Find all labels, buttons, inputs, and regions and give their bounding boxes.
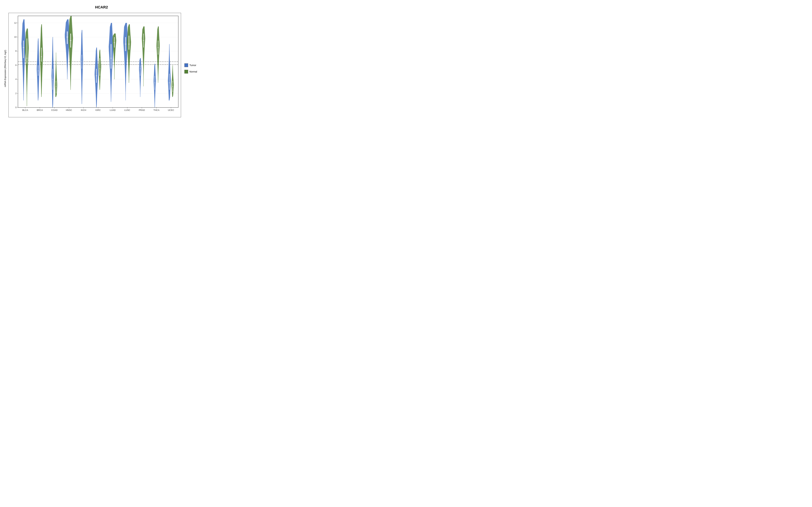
svg-text:COAD: COAD [51, 110, 58, 112]
legend-tumor-box [185, 64, 188, 67]
legend-tumor-label: Tumor [190, 64, 196, 67]
svg-text:THCA: THCA [153, 110, 159, 112]
svg-text:BRCA: BRCA [37, 110, 43, 112]
svg-text:BLCA: BLCA [22, 110, 28, 112]
svg-text:PRAD: PRAD [139, 110, 145, 112]
plot-and-legend: 024681012BLCABRCACOADHNSCKICHKIRCLUADLUS… [8, 11, 201, 126]
svg-text:4: 4 [15, 78, 16, 81]
svg-text:LUAD: LUAD [110, 110, 116, 112]
svg-rect-56 [67, 32, 68, 44]
svg-rect-26 [23, 41, 24, 58]
plot-wrapper: 024681012BLCABRCACOADHNSCKICHKIRCLUADLUS… [8, 13, 181, 118]
svg-rect-30 [27, 39, 27, 64]
svg-rect-82 [110, 44, 111, 69]
svg-text:12: 12 [14, 22, 16, 24]
svg-rect-50 [56, 81, 56, 94]
legend-normal-label: Normal [190, 71, 197, 73]
svg-text:8: 8 [15, 50, 16, 53]
svg-text:KIRC: KIRC [95, 110, 101, 112]
legend: Tumor Normal [181, 11, 201, 126]
svg-text:KICH: KICH [81, 110, 86, 112]
svg-rect-122 [169, 74, 170, 91]
y-axis-label: mRNA Expression (RNASeq V2, log2) [2, 11, 8, 126]
svg-rect-40 [41, 48, 42, 62]
chart-container: HCAR2 mRNA Expression (RNASeq V2, log2) … [2, 2, 201, 125]
main-svg: 024681012BLCABRCACOADHNSCKICHKIRCLUADLUS… [9, 13, 181, 118]
svg-text:0: 0 [15, 107, 16, 109]
svg-text:6: 6 [15, 64, 16, 67]
svg-rect-76 [99, 58, 100, 76]
legend-normal: Normal [185, 70, 198, 74]
svg-text:HNSC: HNSC [66, 110, 72, 112]
legend-normal-box [185, 70, 188, 74]
svg-text:LUSC: LUSC [124, 110, 130, 112]
svg-text:2: 2 [15, 93, 16, 95]
svg-text:10: 10 [14, 36, 16, 38]
svg-text:UCEC: UCEC [168, 110, 174, 112]
svg-rect-102 [140, 66, 140, 76]
svg-rect-36 [38, 66, 39, 76]
chart-area: mRNA Expression (RNASeq V2, log2) 024681… [2, 11, 201, 126]
svg-rect-96 [129, 36, 130, 50]
legend-tumor: Tumor [185, 64, 198, 67]
svg-rect-86 [114, 37, 115, 48]
chart-title: HCAR2 [95, 5, 108, 9]
